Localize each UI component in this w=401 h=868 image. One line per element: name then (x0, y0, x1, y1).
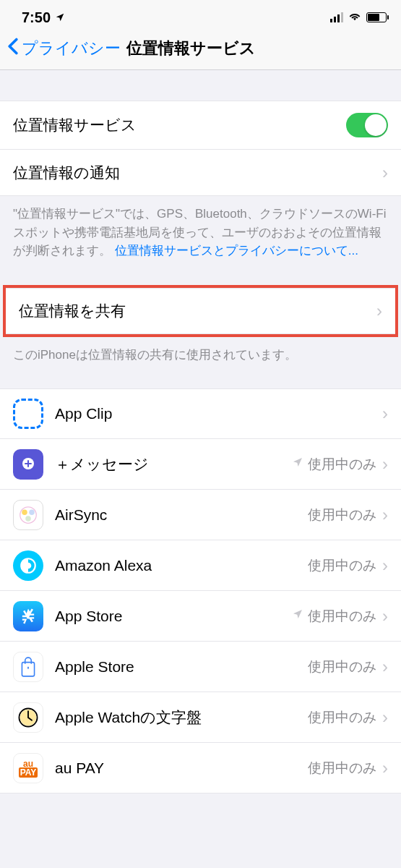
app-name-label: Apple Store (55, 658, 308, 676)
app-name-label: App Store (55, 608, 292, 625)
back-label: プライバシー (22, 38, 121, 59)
chevron-right-icon: › (382, 404, 388, 424)
location-alerts-label: 位置情報の通知 (13, 163, 376, 183)
location-services-description: "位置情報サービス"では、GPS、Bluetooth、クラウドソースのWi-Fi… (0, 196, 401, 269)
location-services-row[interactable]: 位置情報サービス (0, 101, 401, 150)
app-status-label: 使用中のみ (308, 708, 376, 727)
share-location-row[interactable]: 位置情報を共有 › (6, 288, 395, 334)
appclip-icon (13, 399, 43, 429)
app-row-airsync[interactable]: AirSync使用中のみ› (0, 490, 401, 540)
location-services-toggle[interactable] (346, 113, 388, 137)
svg-rect-6 (22, 662, 34, 676)
privacy-link[interactable]: 位置情報サービスとプライバシーについて... (115, 244, 358, 258)
share-location-footer: このiPhoneは位置情報の共有に使用されています。 (0, 337, 401, 373)
app-status-label: 使用中のみ (308, 759, 376, 778)
location-alerts-row[interactable]: 位置情報の通知 › (0, 150, 401, 196)
chevron-right-icon: › (382, 505, 388, 525)
chevron-left-icon (7, 38, 19, 59)
plusmsg-icon (13, 449, 43, 480)
app-name-label: ＋メッセージ (55, 454, 292, 475)
app-row-applestore[interactable]: Apple Store使用中のみ› (0, 642, 401, 692)
app-name-label: au PAY (55, 760, 308, 777)
app-status-label: 使用中のみ (292, 455, 376, 474)
svg-point-3 (29, 509, 35, 515)
app-name-label: Apple Watchの文字盤 (55, 707, 308, 728)
applestore-icon (13, 652, 43, 682)
app-name-label: AirSync (55, 506, 308, 524)
watch-icon (13, 702, 43, 733)
chevron-right-icon: › (382, 606, 388, 626)
location-arrow-icon (292, 456, 303, 472)
battery-icon (366, 12, 387, 22)
status-time: 7:50 (22, 9, 51, 26)
highlight-annotation: 位置情報を共有 › (3, 285, 398, 337)
app-row-aupay[interactable]: auPAYau PAY使用中のみ› (0, 743, 401, 793)
airsync-icon (13, 500, 43, 530)
appstore-icon (13, 601, 43, 631)
back-button[interactable]: プライバシー (7, 38, 121, 59)
app-row-plusmsg[interactable]: ＋メッセージ使用中のみ› (0, 439, 401, 490)
wifi-icon (348, 9, 362, 26)
share-location-label: 位置情報を共有 (19, 301, 371, 321)
chevron-right-icon: › (382, 163, 388, 183)
app-row-watch[interactable]: Apple Watchの文字盤使用中のみ› (0, 692, 401, 743)
app-status-label: 使用中のみ (308, 556, 376, 575)
cellular-icon (330, 12, 343, 22)
app-status-label: 使用中のみ (308, 506, 376, 524)
aupay-icon: auPAY (13, 753, 43, 783)
app-name-label: App Clip (55, 405, 376, 422)
alexa-icon (13, 550, 43, 581)
svg-point-4 (25, 516, 31, 522)
location-arrow-icon (292, 608, 303, 624)
app-status-label: 使用中のみ (292, 607, 376, 626)
location-indicator-icon (55, 9, 65, 26)
nav-bar: プライバシー 位置情報サービス (0, 32, 401, 70)
app-status-label: 使用中のみ (308, 658, 376, 676)
chevron-right-icon: › (382, 758, 388, 778)
chevron-right-icon: › (382, 707, 388, 728)
svg-point-2 (22, 509, 27, 515)
app-row-appclip[interactable]: App Clip› (0, 388, 401, 439)
app-row-appstore[interactable]: App Store使用中のみ› (0, 591, 401, 642)
chevron-right-icon: › (376, 301, 382, 321)
app-list: App Clip›＋メッセージ使用中のみ›AirSync使用中のみ›Amazon… (0, 388, 401, 793)
status-bar: 7:50 (0, 0, 401, 32)
chevron-right-icon: › (382, 657, 388, 677)
chevron-right-icon: › (382, 556, 388, 576)
location-services-label: 位置情報サービス (13, 115, 346, 135)
app-row-alexa[interactable]: Amazon Alexa使用中のみ› (0, 540, 401, 591)
chevron-right-icon: › (382, 454, 388, 475)
app-name-label: Amazon Alexa (55, 557, 308, 574)
page-title: 位置情報サービス (126, 38, 256, 59)
